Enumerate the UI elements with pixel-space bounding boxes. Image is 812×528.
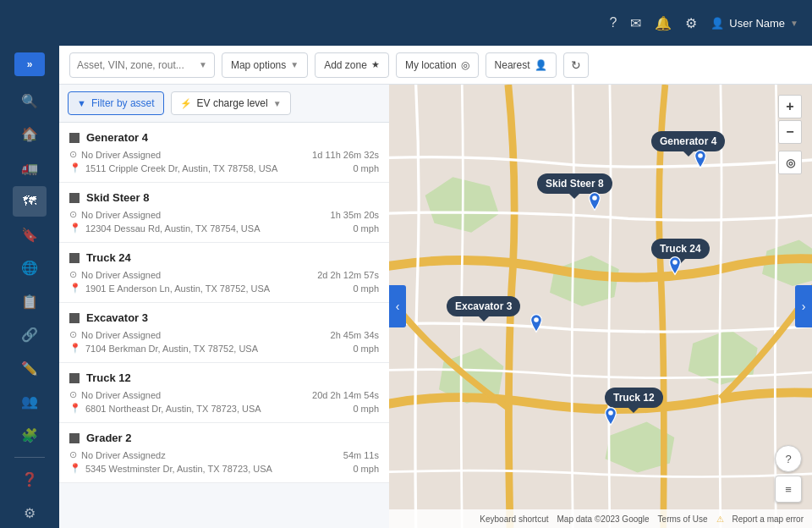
map-icon: 🗺 <box>23 194 36 209</box>
sidebar-item-fleet[interactable]: 🚛 <box>13 153 47 184</box>
terms-link[interactable]: Terms of Use <box>658 514 708 524</box>
location-icon: ◎ <box>461 59 469 71</box>
toolbar: ▼ Map options ▼ Add zone ★ My location ◎… <box>59 46 812 85</box>
locate-me-btn[interactable]: ◎ <box>778 151 802 174</box>
map-asset-pin[interactable] <box>601 406 621 426</box>
asset-search-select[interactable]: ▼ <box>69 52 215 78</box>
sidebar-item-map[interactable]: 🗺 <box>13 186 47 217</box>
filter-by-asset-btn[interactable]: ▼ Filter by asset <box>68 91 164 115</box>
main-area: ▼ Map options ▼ Add zone ★ My location ◎… <box>59 46 812 528</box>
my-location-label: My location <box>405 59 457 71</box>
asset-address-info: 📍 1511 Cripple Creek Dr, Austin, TX 7875… <box>69 162 277 173</box>
layers-icon: ≡ <box>785 483 792 496</box>
asset-address-info: 📍 7104 Berkman Dr, Austin, TX 78752, USA <box>69 343 258 354</box>
zoom-in-btn[interactable]: + <box>778 95 802 118</box>
svg-point-11 <box>608 410 613 415</box>
asset-location-row: 📍 1511 Cripple Creek Dr, Austin, TX 7875… <box>69 162 379 173</box>
map-asset-pin[interactable] <box>526 313 546 333</box>
asset-search-input[interactable] <box>77 59 195 71</box>
sidebar-item-edit[interactable]: ✏️ <box>13 354 47 384</box>
panel-expand-arrow[interactable]: › <box>795 285 812 327</box>
settings-icon[interactable]: ⚙ <box>685 15 697 31</box>
sidebar-item-integrations[interactable]: 🔗 <box>13 320 47 350</box>
sidebar-item-users[interactable]: 👥 <box>13 387 47 417</box>
help-circle-icon: ❓ <box>21 471 38 487</box>
location-pin-icon: 📍 <box>69 403 81 414</box>
ev-icon: ⚡ <box>180 98 192 109</box>
asset-speed-label: 0 mph <box>353 344 379 354</box>
asset-color-indicator <box>69 313 80 323</box>
sidebar-item-plugins[interactable]: 🧩 <box>13 421 47 451</box>
sidebar-item-reports[interactable]: 📋 <box>13 287 47 317</box>
sidebar: » 🔍 🏠 🚛 🗺 🔖 🌐 📋 🔗 ✏️ 👥 🧩 ❓ ⚙ <box>0 46 59 528</box>
asset-name-row: Skid Steer 8 <box>69 191 379 204</box>
my-location-btn[interactable]: My location ◎ <box>396 52 479 78</box>
edit-icon: ✏️ <box>21 360 38 377</box>
asset-name-label: Skid Steer 8 <box>86 191 149 204</box>
chevron-left-icon: ‹ <box>396 300 400 313</box>
refresh-btn[interactable]: ↻ <box>563 52 589 78</box>
help-icon[interactable]: ? <box>609 15 617 30</box>
ev-charge-label: EV charge level <box>197 97 268 109</box>
report-link[interactable]: Report a map error <box>732 514 804 524</box>
asset-item[interactable]: Excavator 3 ⊙ No Driver Assigned 2h 45m … <box>59 303 389 363</box>
sidebar-collapse-btn[interactable]: » <box>14 52 45 76</box>
map-options-chevron-icon: ▼ <box>290 60 299 69</box>
asset-name-label: Generator 4 <box>86 131 148 144</box>
asset-driver-label: No Driver Assigned <box>81 390 161 400</box>
location-pin-icon: 📍 <box>69 283 81 294</box>
asset-address-label: 6801 Northeast Dr, Austin, TX 78723, USA <box>85 404 261 414</box>
sidebar-divider <box>14 457 45 458</box>
sidebar-item-help[interactable]: ❓ <box>13 465 47 495</box>
asset-driver-row: ⊙ No Driver Assigned 20d 2h 14m 54s <box>69 389 379 400</box>
map-asset-pin[interactable] <box>584 191 605 212</box>
map-asset-pin[interactable] <box>690 149 710 169</box>
location-pin-icon: 📍 <box>69 223 81 234</box>
asset-address-label: 1511 Cripple Creek Dr, Austin, TX 78758,… <box>85 163 277 173</box>
map-help-btn[interactable]: ? <box>775 445 802 472</box>
sidebar-item-search[interactable]: 🔍 <box>13 86 47 117</box>
map-bottom-bar: Keyboard shortcut Map data ©2023 Google … <box>389 509 812 528</box>
asset-name-label: Truck 24 <box>86 251 131 264</box>
map-background <box>389 85 812 528</box>
ev-charge-filter-btn[interactable]: ⚡ EV charge level ▼ <box>171 91 291 115</box>
asset-driver-info: ⊙ No Driver Assigned <box>69 329 161 340</box>
bell-icon[interactable]: 🔔 <box>655 15 672 31</box>
asset-item[interactable]: Generator 4 ⊙ No Driver Assigned 1d 11h … <box>59 123 389 183</box>
username-label: User Name <box>729 17 785 30</box>
asset-location-row: 📍 7104 Berkman Dr, Austin, TX 78752, USA… <box>69 343 379 354</box>
search-icon: 🔍 <box>21 93 38 109</box>
svg-rect-0 <box>389 85 812 528</box>
mail-icon[interactable]: ✉ <box>630 15 641 31</box>
panel-collapse-arrow[interactable]: ‹ <box>389 285 406 327</box>
asset-speed-label: 0 mph <box>353 404 379 414</box>
asset-item[interactable]: Truck 24 ⊙ No Driver Assigned 2d 2h 12m … <box>59 243 389 303</box>
sidebar-item-settings[interactable]: ⚙ <box>13 498 47 528</box>
asset-list-panel: ▼ Filter by asset ⚡ EV charge level ▼ Ge… <box>59 85 389 528</box>
map-layers-btn[interactable]: ≡ <box>775 476 802 503</box>
asset-driver-info: ⊙ No Driver Assigned <box>69 209 161 220</box>
asset-time-label: 54m 11s <box>343 450 379 460</box>
asset-speed-label: 0 mph <box>353 163 379 173</box>
map-asset-pin[interactable] <box>665 256 685 276</box>
asset-driver-row: ⊙ No Driver Assignedz 54m 11s <box>69 449 379 460</box>
asset-item[interactable]: Grader 2 ⊙ No Driver Assignedz 54m 11s 📍… <box>59 423 389 483</box>
asset-name-label: Grader 2 <box>86 432 131 444</box>
asset-item[interactable]: Truck 12 ⊙ No Driver Assigned 20d 2h 14m… <box>59 363 389 423</box>
zoom-out-btn[interactable]: − <box>778 120 802 144</box>
sidebar-item-bookmarks[interactable]: 🔖 <box>13 220 47 250</box>
asset-item[interactable]: Skid Steer 8 ⊙ No Driver Assigned 1h 35m… <box>59 183 389 243</box>
user-menu[interactable]: 👤 User Name ▼ <box>710 17 798 30</box>
add-zone-btn[interactable]: Add zone ★ <box>315 52 389 78</box>
nearest-btn[interactable]: Nearest 👤 <box>486 52 557 78</box>
asset-time-label: 1h 35m 20s <box>331 210 379 220</box>
asset-driver-row: ⊙ No Driver Assigned 2h 45m 34s <box>69 329 379 340</box>
sidebar-item-global[interactable]: 🌐 <box>13 253 47 283</box>
sidebar-item-home[interactable]: 🏠 <box>13 119 47 150</box>
user-chevron-icon: ▼ <box>790 19 798 28</box>
keyboard-shortcut-link[interactable]: Keyboard shortcut <box>480 514 548 524</box>
users-icon: 👥 <box>21 393 38 410</box>
map-options-btn[interactable]: Map options ▼ <box>222 52 308 78</box>
asset-name-row: Truck 12 <box>69 371 379 384</box>
asset-driver-label: No Driver Assigned <box>81 270 161 280</box>
